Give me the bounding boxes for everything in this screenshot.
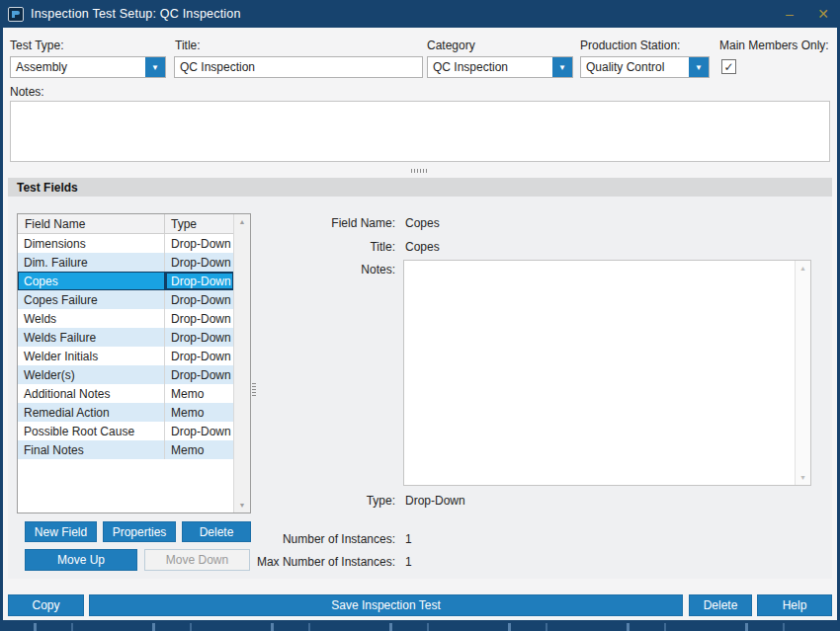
test-fields-section-header: Test Fields [8, 178, 832, 197]
production-station-dropdown-button[interactable]: ▼ [689, 57, 709, 77]
notes-resize-grip[interactable] [411, 169, 427, 173]
test-type-select[interactable]: Assembly ▼ [10, 56, 166, 78]
copy-button[interactable]: Copy [8, 594, 84, 616]
table-row[interactable]: Final NotesMemo [18, 440, 234, 459]
category-dropdown-button[interactable]: ▼ [552, 57, 572, 77]
detail-field-name-value: Copes [405, 216, 440, 230]
field-type-cell[interactable]: Drop-Down [164, 253, 234, 272]
save-inspection-test-button[interactable]: Save Inspection Test [89, 594, 683, 616]
field-name-cell[interactable]: Welder Initials [18, 347, 164, 365]
table-row[interactable]: Welds FailureDrop-Down [18, 328, 234, 347]
detail-notes-textarea[interactable] [404, 261, 795, 485]
move-up-button[interactable]: Move Up [25, 549, 137, 571]
category-value: QC Inspection [428, 57, 552, 77]
detail-field-name-label: Field Name: [237, 216, 395, 230]
table-row[interactable]: Dim. FailureDrop-Down [18, 253, 234, 272]
field-type-cell[interactable]: Drop-Down [164, 422, 234, 440]
max-instances-label: Max Number of Instances: [237, 555, 395, 569]
production-station-value: Quality Control [581, 57, 689, 77]
delete-button[interactable]: Delete [689, 594, 752, 616]
test-fields-section: Test Fields Field Name Type DimensionsDr… [8, 178, 832, 579]
field-type-cell[interactable]: Drop-Down [164, 365, 234, 384]
table-row[interactable]: Welder(s)Drop-Down [18, 365, 234, 384]
field-name-cell[interactable]: Welds [18, 309, 164, 328]
window-controls: – ✕ [773, 0, 840, 28]
field-type-cell[interactable]: Drop-Down [164, 290, 234, 309]
notes-label: Notes: [10, 85, 44, 99]
new-field-button[interactable]: New Field [25, 521, 97, 542]
app-icon [8, 7, 24, 22]
field-type-cell[interactable]: Drop-Down [164, 328, 234, 347]
field-name-cell[interactable]: Welds Failure [18, 328, 164, 347]
table-row[interactable]: Possible Root CauseDrop-Down [18, 422, 234, 440]
test-type-value: Assembly [11, 57, 145, 77]
instances-label: Number of Instances: [237, 532, 395, 546]
main-members-only-label: Main Members Only: [719, 39, 829, 52]
field-name-cell[interactable]: Dim. Failure [18, 253, 164, 272]
minimize-button[interactable]: – [773, 0, 806, 28]
instances-value: 1 [405, 532, 412, 546]
chevron-down-icon: ▼ [558, 63, 566, 72]
move-down-button[interactable]: Move Down [144, 549, 250, 571]
title-input[interactable] [174, 56, 423, 78]
chevron-down-icon: ▼ [695, 63, 703, 72]
field-list: Field Name Type DimensionsDrop-DownDim. … [17, 213, 251, 513]
scroll-down-icon[interactable]: ▼ [799, 470, 806, 485]
test-type-label: Test Type: [10, 39, 63, 52]
properties-button[interactable]: Properties [103, 521, 176, 542]
table-row[interactable]: Copes FailureDrop-Down [18, 290, 234, 309]
field-list-scrollbar[interactable]: ▲ ▼ [233, 214, 250, 513]
category-select[interactable]: QC Inspection ▼ [427, 56, 573, 78]
field-type-cell[interactable]: Drop-Down [164, 347, 234, 365]
scroll-up-icon[interactable]: ▲ [799, 261, 806, 276]
detail-title-value: Copes [405, 240, 440, 254]
column-header-type[interactable]: Type [164, 214, 233, 233]
detail-type-label: Type: [237, 494, 395, 508]
test-fields-section-title: Test Fields [17, 181, 78, 195]
detail-title-label: Title: [237, 240, 395, 254]
column-header-field-name[interactable]: Field Name [18, 214, 164, 233]
detail-type-value: Drop-Down [405, 494, 465, 508]
field-list-header: Field Name Type [18, 214, 250, 234]
main-members-only-checkbox[interactable]: ✓ [721, 59, 736, 74]
field-name-cell[interactable]: Copes [18, 272, 164, 290]
notes-textarea[interactable] [10, 101, 830, 162]
field-name-cell[interactable]: Copes Failure [18, 290, 164, 309]
test-type-dropdown-button[interactable]: ▼ [145, 57, 165, 77]
checkmark-icon: ✓ [723, 61, 733, 73]
field-table-body: DimensionsDrop-DownDim. FailureDrop-Down… [18, 234, 234, 513]
screen: Inspection Test Setup: QC Inspection – ✕… [0, 0, 840, 631]
category-label: Category [427, 39, 475, 52]
field-name-cell[interactable]: Welder(s) [18, 365, 164, 384]
close-button[interactable]: ✕ [806, 0, 840, 28]
inspection-test-setup-dialog: Inspection Test Setup: QC Inspection – ✕… [0, 0, 840, 623]
field-name-cell[interactable]: Possible Root Cause [18, 422, 164, 440]
app-logo-glyph [11, 10, 21, 19]
table-row[interactable]: Welder InitialsDrop-Down [18, 347, 234, 365]
table-row[interactable]: Additional NotesMemo [18, 384, 234, 403]
field-name-cell[interactable]: Additional Notes [18, 384, 164, 403]
production-station-select[interactable]: Quality Control ▼ [580, 56, 710, 78]
field-name-cell[interactable]: Dimensions [18, 234, 164, 253]
table-row[interactable]: DimensionsDrop-Down [18, 234, 234, 253]
max-instances-value: 1 [405, 555, 412, 569]
detail-notes-scrollbar[interactable]: ▲ ▼ [795, 261, 810, 485]
detail-notes-label: Notes: [237, 263, 395, 276]
field-type-cell[interactable]: Memo [164, 384, 234, 403]
field-name-cell[interactable]: Final Notes [18, 440, 164, 459]
field-type-cell[interactable]: Memo [164, 440, 234, 459]
field-type-cell[interactable]: Drop-Down [164, 309, 234, 328]
chevron-down-icon: ▼ [151, 63, 159, 72]
list-splitter-grip[interactable] [252, 383, 256, 398]
field-name-cell[interactable]: Remedial Action [18, 403, 164, 422]
table-row[interactable]: Remedial ActionMemo [18, 403, 234, 422]
field-type-cell[interactable]: Drop-Down [164, 272, 234, 290]
window-title: Inspection Test Setup: QC Inspection [31, 7, 241, 21]
titlebar[interactable]: Inspection Test Setup: QC Inspection – ✕ [0, 0, 840, 28]
production-station-label: Production Station: [580, 39, 680, 52]
table-row[interactable]: WeldsDrop-Down [18, 309, 234, 328]
help-button[interactable]: Help [757, 594, 832, 616]
field-type-cell[interactable]: Memo [164, 403, 234, 422]
table-row[interactable]: CopesDrop-Down [18, 272, 234, 290]
field-type-cell[interactable]: Drop-Down [164, 234, 234, 253]
